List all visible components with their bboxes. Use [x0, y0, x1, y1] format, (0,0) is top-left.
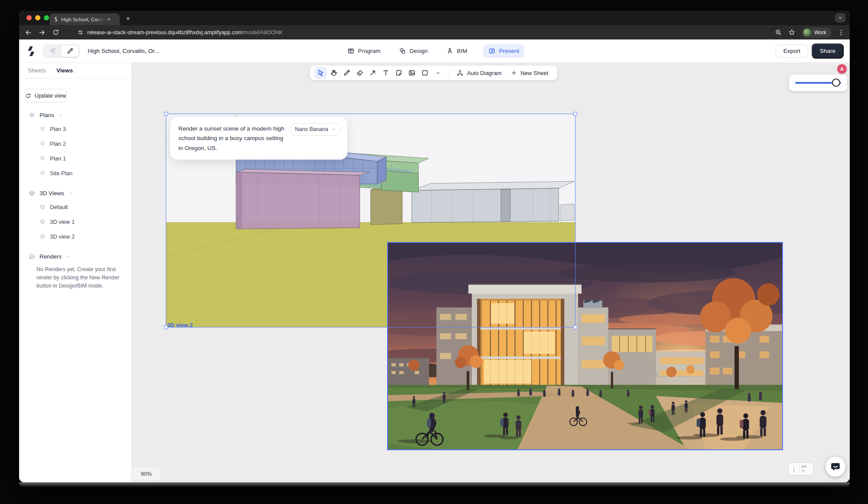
browser-profile-chip[interactable]: Work [802, 27, 832, 38]
image-tool[interactable] [405, 65, 418, 80]
plans-section: Plans Plan 3 Plan 2 [19, 108, 132, 180]
item-label: Site Plan [50, 170, 72, 177]
url-domain: release-ai-stack-stream-previous.dqu4bz8… [87, 29, 242, 36]
screenshot-stage: High School, Corvallis, Orego × + releas… [0, 0, 868, 504]
slider-track[interactable] [795, 82, 841, 84]
ai-sparkle-toggle[interactable] [44, 46, 61, 57]
sidebar-item-plan-2[interactable]: Plan 2 [19, 136, 132, 151]
auto-diagram-button[interactable]: Auto Diagram [452, 69, 506, 76]
slider-knob[interactable] [832, 79, 840, 87]
tab-strip: High School, Corvallis, Orego × + [19, 11, 850, 25]
render-image[interactable] [387, 242, 783, 450]
layers-icon [29, 112, 35, 118]
prompt-card[interactable]: Nano Banana Render a sunset scene of a m… [170, 117, 347, 160]
chat-help-button[interactable] [825, 457, 845, 477]
3d-views-section-header[interactable]: 3D Views [19, 187, 132, 200]
sidebar-item-3d-view-2[interactable]: 3D view 2 [19, 229, 132, 244]
program-grid-icon [347, 47, 355, 55]
back-icon[interactable] [24, 29, 32, 36]
canvas[interactable]: 3D view 2 Nano Banana Render a sunset sc… [132, 63, 850, 482]
item-label: Default [50, 204, 68, 210]
tab-close-icon[interactable]: × [107, 16, 111, 22]
cube-icon [39, 219, 46, 225]
tab-sheets[interactable]: Sheets [28, 67, 46, 74]
more-shapes-chevron[interactable] [431, 65, 444, 80]
nav-program[interactable]: Program [345, 44, 383, 58]
model-selector-value: Nano Banana [295, 126, 328, 132]
tab-views[interactable]: Views [56, 67, 73, 74]
new-tab-button[interactable]: + [126, 14, 130, 23]
nav-present[interactable]: Present [483, 44, 525, 58]
zoom-search-icon[interactable] [775, 29, 782, 36]
renders-section: Renders No Renders yet. Create your firs… [19, 250, 132, 290]
traffic-lights [26, 15, 49, 20]
minimize-button[interactable] [35, 15, 40, 20]
bookmark-star-icon[interactable] [788, 29, 796, 36]
arrow-tool[interactable] [366, 65, 379, 80]
nav-program-label: Program [358, 48, 381, 54]
cube-icon [39, 204, 46, 210]
shortcut-hint-top: MA [802, 465, 807, 468]
url-text[interactable]: release-ai-stack-stream-previous.dqu4bz8… [87, 29, 775, 36]
sidebar-tabs: Sheets Views [19, 63, 132, 79]
document-title[interactable]: High School, Corvallis, Or... [88, 48, 159, 54]
sidebar-item-plan-3[interactable]: Plan 3 [19, 121, 132, 136]
model-selector-dropdown[interactable]: Nano Banana [290, 123, 341, 135]
close-button[interactable] [26, 15, 32, 20]
renders-label: Renders [39, 253, 62, 260]
url-bar-actions: Work [775, 27, 845, 38]
header-actions: Export Share [776, 43, 844, 59]
layers-icon [39, 155, 46, 161]
zoom-level-badge[interactable]: 90% [132, 468, 161, 480]
share-button[interactable]: Share [812, 43, 844, 59]
browser-window: High School, Corvallis, Orego × + releas… [19, 11, 850, 482]
sidebar-item-default-view[interactable]: Default [19, 200, 132, 214]
plans-section-header[interactable]: Plans [19, 108, 132, 121]
rectangle-tool[interactable] [418, 65, 431, 80]
new-sheet-button[interactable]: New Sheet [506, 70, 553, 76]
tab-search-button[interactable] [835, 13, 845, 23]
plans-label: Plans [39, 112, 54, 118]
3d-views-label: 3D Views [39, 190, 64, 196]
sidebar-item-3d-view-1[interactable]: 3D view 1 [19, 214, 132, 229]
eraser-tool[interactable] [353, 65, 366, 80]
nav-design[interactable]: Design [396, 44, 431, 58]
collaborator-avatar[interactable]: A [837, 64, 847, 74]
item-label: Plan 3 [50, 126, 66, 132]
cube-icon [39, 233, 46, 239]
select-tool[interactable] [314, 65, 327, 80]
selection-handle-bottom-right[interactable] [573, 325, 577, 329]
toolbar-divider [448, 69, 448, 77]
shortcut-badge[interactable]: ; MA TL [788, 462, 813, 475]
render-image-scene [388, 243, 782, 449]
nav-bim[interactable]: BIM [444, 44, 470, 58]
renders-section-header[interactable]: Renders [19, 250, 132, 263]
selection-handle-top-left[interactable] [164, 112, 168, 116]
export-button[interactable]: Export [776, 44, 808, 58]
chat-bubble-icon [830, 461, 841, 472]
mode-nav: Program Design BIM [335, 44, 534, 58]
text-tool[interactable] [379, 65, 392, 80]
pencil-tool[interactable] [340, 65, 353, 80]
item-label: 3D view 1 [50, 219, 75, 225]
update-view-button[interactable]: Update view [25, 89, 66, 102]
fullscreen-button[interactable] [44, 15, 49, 20]
tab-title: High School, Corvallis, Orego [61, 17, 105, 22]
reload-icon[interactable] [52, 29, 60, 36]
url-path: /model/A8OONK [242, 29, 283, 36]
forward-icon[interactable] [38, 29, 46, 36]
sidebar-item-site-plan[interactable]: Site Plan [19, 166, 132, 180]
browser-tab[interactable]: High School, Corvallis, Orego × [49, 13, 120, 25]
cube-icon [29, 190, 35, 196]
browser-menu-icon[interactable] [838, 29, 845, 36]
url-bar: release-ai-stack-stream-previous.dqu4bz8… [19, 25, 850, 39]
selection-handle-top-right[interactable] [573, 112, 577, 116]
sidebar-item-plan-1[interactable]: Plan 1 [19, 151, 132, 166]
draw-pencil-toggle[interactable] [61, 46, 79, 57]
item-label: Plan 1 [50, 155, 66, 162]
sticky-note-tool[interactable] [392, 65, 405, 80]
refresh-icon [25, 93, 31, 99]
site-info-icon[interactable] [77, 29, 84, 36]
app-logo-icon[interactable] [25, 46, 36, 57]
pan-hand-tool[interactable] [327, 65, 340, 80]
